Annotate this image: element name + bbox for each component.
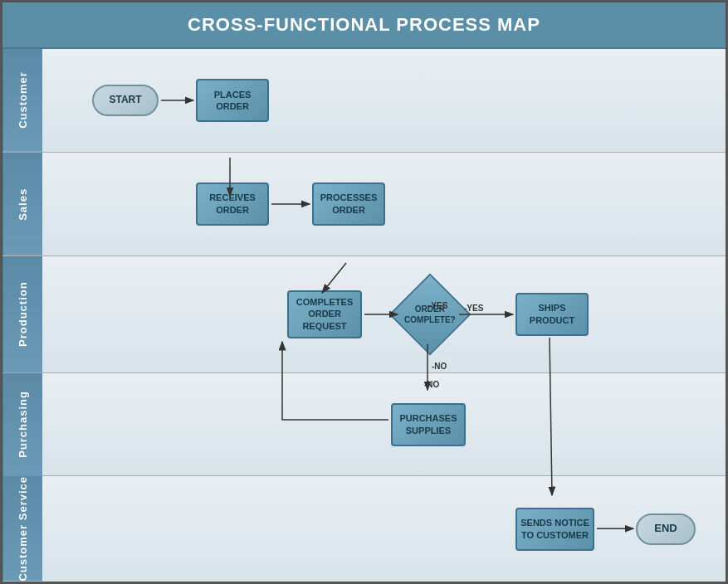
diagram-title: CROSS-FUNCTIONAL PROCESS MAP — [2, 2, 726, 49]
lane-content-customer-service: SENDS NOTICE TO CUSTOMER END — [42, 476, 726, 582]
purchases-supplies-node: PURCHASES SUPPLIES — [391, 403, 466, 446]
receives-order-node: RECEIVES ORDER — [196, 182, 269, 226]
lane-purchasing: Purchasing PURCHASES SUPPLIES -NO — [2, 373, 726, 477]
production-svg: -YES — [42, 256, 726, 372]
lane-label-production: Production — [2, 256, 42, 372]
lane-content-sales: RECEIVES ORDER PROCESSES ORDER — [42, 153, 726, 256]
lane-label-customer: Customer — [2, 49, 42, 152]
start-node: START — [92, 85, 159, 116]
purchasing-svg: -NO — [42, 373, 726, 476]
lane-sales: Sales RECEIVES ORDER PROCESSES ORDER — [2, 153, 726, 256]
lane-production: Production COMPLETES ORDER REQUEST ORDER… — [2, 256, 726, 373]
lane-customer: Customer START PLACES ORDER — [2, 49, 726, 153]
lane-customer-service: Customer Service SENDS NOTICE TO CUSTOME… — [2, 476, 726, 582]
customer-service-svg — [42, 476, 726, 582]
lanes-container: Customer START PLACES ORDER — [2, 49, 726, 582]
lane-content-purchasing: PURCHASES SUPPLIES -NO — [42, 373, 726, 476]
lane-content-production: COMPLETES ORDER REQUEST ORDER COMPLETE? … — [42, 256, 726, 372]
processes-order-node: PROCESSES ORDER — [312, 182, 385, 226]
lane-content-customer: START PLACES ORDER — [42, 49, 726, 152]
order-complete-node: ORDER COMPLETE? — [389, 273, 471, 355]
lane-label-customer-service: Customer Service — [2, 476, 42, 582]
diagram-container: CROSS-FUNCTIONAL PROCESS MAP Customer ST… — [0, 0, 728, 584]
no-label: -NO — [424, 379, 440, 388]
lane-label-sales: Sales — [2, 153, 42, 256]
ships-product-node: SHIPS PRODUCT — [515, 293, 589, 336]
places-order-node: PLACES ORDER — [196, 79, 269, 122]
end-node: END — [636, 513, 696, 545]
completes-request-node: COMPLETES ORDER REQUEST — [287, 290, 362, 338]
lane-label-purchasing: Purchasing — [2, 373, 42, 476]
sends-notice-node: SENDS NOTICE TO CUSTOMER — [515, 508, 594, 551]
diagram-area: Customer START PLACES ORDER — [2, 49, 726, 582]
